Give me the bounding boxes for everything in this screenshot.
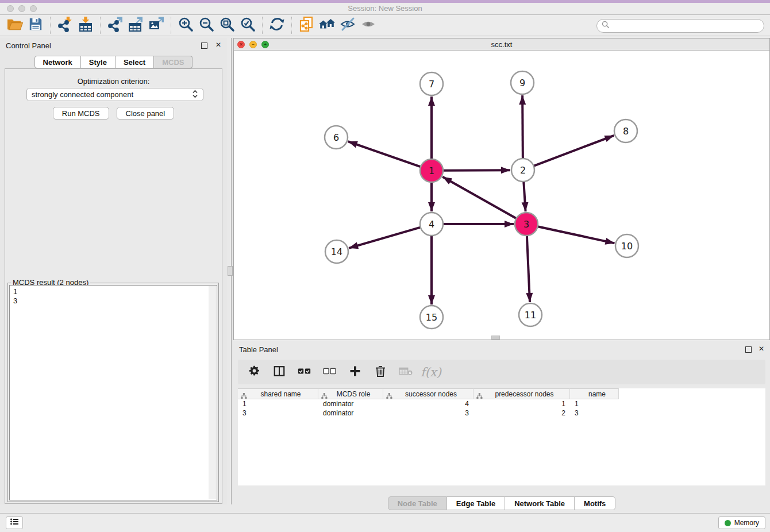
cell-mcds-role[interactable]: dominator — [318, 408, 383, 418]
network-graph[interactable]: 7968124314101511 — [234, 51, 769, 340]
graph-edge-3-10[interactable] — [538, 226, 615, 243]
import-network-button[interactable] — [55, 16, 75, 34]
network-canvas[interactable]: 7968124314101511 — [234, 51, 769, 340]
graph-edge-1-6[interactable] — [348, 141, 421, 167]
close-panel-icon[interactable]: ✕ — [215, 41, 221, 49]
toolbar-separator — [50, 17, 51, 34]
export-image-button[interactable] — [146, 16, 167, 34]
status-bar: Memory — [0, 513, 770, 532]
cell-mcds-role[interactable]: dominator — [318, 399, 383, 408]
mcds-result-list[interactable]: 1 3 — [9, 285, 217, 500]
tab-style[interactable]: Style — [81, 56, 116, 68]
deselect-all-button[interactable] — [323, 365, 337, 379]
column-header-shared-name[interactable]: shared name — [238, 388, 318, 399]
select-stepper-icon — [192, 90, 198, 100]
hide-selected-button[interactable] — [337, 16, 358, 34]
memory-label: Memory — [734, 519, 759, 527]
float-panel-icon[interactable] — [745, 346, 752, 353]
zoom-out-button[interactable] — [196, 16, 217, 34]
unchecked-boxes-icon — [323, 367, 337, 377]
cell-shared-name[interactable]: 1 — [238, 399, 318, 408]
cell-name[interactable]: 3 — [570, 408, 619, 418]
optimization-criterion-select[interactable]: strongly connected component — [26, 88, 203, 101]
application-window: Session: New Session — [0, 0, 770, 532]
houses-icon — [318, 17, 336, 34]
add-row-button[interactable] — [348, 365, 362, 379]
node-table[interactable]: shared name MCDS role successor nodes pr… — [238, 388, 765, 485]
tab-edge-table[interactable]: Edge Table — [447, 496, 505, 510]
close-panel-button[interactable]: Close panel — [117, 107, 175, 119]
memory-button[interactable]: Memory — [718, 516, 765, 529]
refresh-layout-icon — [269, 16, 285, 34]
export-network-button[interactable] — [105, 16, 125, 34]
result-scrollbar[interactable] — [209, 286, 216, 499]
save-session-button[interactable] — [25, 16, 46, 34]
graph-edge-4-14[interactable] — [349, 228, 421, 248]
column-header-name[interactable]: name — [570, 388, 619, 399]
eye-icon — [360, 16, 376, 34]
select-all-button[interactable] — [298, 365, 311, 379]
table-row[interactable]: 1 dominator 4 1 1 — [238, 399, 765, 408]
zoom-selected-icon — [240, 16, 256, 34]
graph-node-label-8: 8 — [623, 126, 629, 137]
tab-network-table[interactable]: Network Table — [505, 496, 575, 510]
tab-network[interactable]: Network — [34, 56, 81, 68]
table-toolbar: f(x) — [238, 360, 765, 384]
tab-motifs[interactable]: Motifs — [575, 496, 615, 510]
duplicate-network-icon — [298, 16, 314, 34]
run-mcds-button[interactable]: Run MCDS — [53, 107, 109, 119]
tab-node-table[interactable]: Node Table — [388, 496, 447, 510]
list-icon — [10, 518, 19, 528]
graph-edge-2-9[interactable] — [522, 95, 523, 159]
cell-name[interactable]: 1 — [570, 399, 619, 408]
cell-predecessor-nodes[interactable]: 2 — [473, 408, 570, 418]
first-neighbors-button[interactable] — [317, 16, 337, 34]
network-resize-grip[interactable] — [491, 336, 500, 340]
function-fx-icon: f(x) — [421, 365, 441, 379]
zoom-selected-button[interactable] — [237, 16, 258, 34]
task-history-button[interactable] — [6, 516, 23, 529]
float-panel-icon[interactable] — [201, 43, 207, 49]
zoom-in-button[interactable] — [175, 16, 196, 34]
graph-edge-2-3[interactable] — [523, 182, 525, 211]
cell-predecessor-nodes[interactable]: 1 — [473, 399, 570, 408]
close-panel-icon[interactable]: ✕ — [759, 345, 764, 353]
show-columns-button[interactable] — [272, 365, 286, 379]
import-network-icon — [57, 16, 73, 34]
apply-layout-button[interactable] — [267, 16, 287, 34]
delete-rows-button[interactable] — [374, 365, 387, 379]
import-table-icon — [78, 16, 94, 34]
tab-mcds[interactable]: MCDS — [154, 56, 192, 68]
cell-successor-nodes[interactable]: 4 — [383, 399, 473, 408]
table-row[interactable]: 3 dominator 3 2 3 — [238, 408, 765, 418]
graph-edge-2-8[interactable] — [534, 136, 614, 166]
network-window-titlebar[interactable]: ✕ − + scc.txt — [234, 38, 769, 51]
import-table-button[interactable] — [75, 16, 96, 34]
table-settings-button[interactable] — [247, 365, 261, 379]
duplicate-network-button[interactable] — [296, 16, 317, 34]
cell-successor-nodes[interactable]: 3 — [383, 408, 473, 418]
graph-edge-3-1[interactable] — [442, 177, 516, 218]
graph-edge-1-2[interactable] — [443, 170, 510, 171]
column-header-successor-nodes[interactable]: successor nodes — [383, 388, 473, 399]
cell-shared-name[interactable]: 3 — [238, 408, 318, 418]
vertical-splitter-grip[interactable] — [228, 266, 233, 276]
apply-function-button: f(x) — [424, 365, 438, 379]
graph-node-label-6: 6 — [333, 132, 339, 143]
column-header-predecessor-nodes[interactable]: predecessor nodes — [473, 388, 570, 399]
export-table-button[interactable] — [125, 16, 146, 34]
table-panel: Table Panel ✕ — [233, 342, 770, 511]
tab-select[interactable]: Select — [116, 56, 154, 68]
graph-node-label-11: 11 — [525, 310, 536, 321]
graph-edge-3-11[interactable] — [527, 236, 530, 302]
show-all-button[interactable] — [358, 16, 379, 34]
graph-node-label-10: 10 — [621, 241, 633, 252]
zoom-fit-button[interactable] — [217, 16, 237, 34]
graph-node-label-14: 14 — [331, 246, 342, 257]
column-header-mcds-role[interactable]: MCDS role — [318, 388, 383, 399]
search-input[interactable] — [613, 22, 759, 30]
open-session-button[interactable] — [5, 16, 25, 34]
search-field[interactable] — [596, 19, 764, 33]
window-title: Session: New Session — [0, 4, 770, 13]
mcds-result-group: MCDS result (2 nodes) 1 3 — [7, 283, 219, 502]
